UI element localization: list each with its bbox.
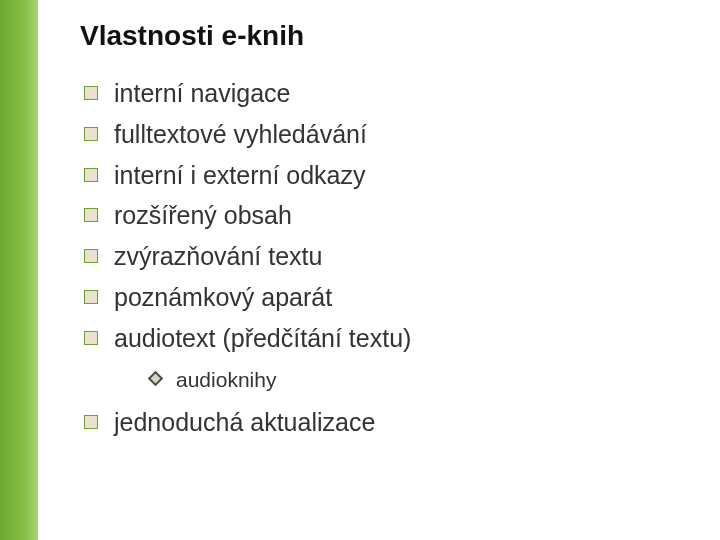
feature-sublist: audioknihy xyxy=(114,363,700,397)
slide-title: Vlastnosti e-knih xyxy=(80,20,700,52)
list-item-label: interní navigace xyxy=(114,79,291,107)
list-item: poznámkový aparát xyxy=(84,278,700,317)
square-bullet-icon xyxy=(84,331,98,345)
list-item-label: audiotext (předčítání textu) xyxy=(114,324,411,352)
accent-sidebar xyxy=(0,0,38,540)
square-bullet-icon xyxy=(84,168,98,182)
list-item: interní navigace xyxy=(84,74,700,113)
list-item-label: rozšířený obsah xyxy=(114,201,292,229)
list-item-label: poznámkový aparát xyxy=(114,283,332,311)
diamond-bullet-icon xyxy=(148,371,164,387)
sublist-item: audioknihy xyxy=(150,363,700,397)
slide-content: Vlastnosti e-knih interní navigace fullt… xyxy=(38,0,720,540)
list-item-label: interní i externí odkazy xyxy=(114,161,366,189)
square-bullet-icon xyxy=(84,86,98,100)
feature-list: interní navigace fulltextové vyhledávání… xyxy=(80,74,700,442)
list-item: audiotext (předčítání textu) audioknihy xyxy=(84,319,700,397)
square-bullet-icon xyxy=(84,127,98,141)
list-item: fulltextové vyhledávání xyxy=(84,115,700,154)
square-bullet-icon xyxy=(84,249,98,263)
square-bullet-icon xyxy=(84,208,98,222)
list-item: rozšířený obsah xyxy=(84,196,700,235)
list-item: interní i externí odkazy xyxy=(84,156,700,195)
list-item-label: fulltextové vyhledávání xyxy=(114,120,367,148)
list-item-label: jednoduchá aktualizace xyxy=(114,408,375,436)
square-bullet-icon xyxy=(84,290,98,304)
list-item: jednoduchá aktualizace xyxy=(84,403,700,442)
list-item: zvýrazňování textu xyxy=(84,237,700,276)
sublist-item-label: audioknihy xyxy=(176,368,276,391)
list-item-label: zvýrazňování textu xyxy=(114,242,322,270)
square-bullet-icon xyxy=(84,415,98,429)
